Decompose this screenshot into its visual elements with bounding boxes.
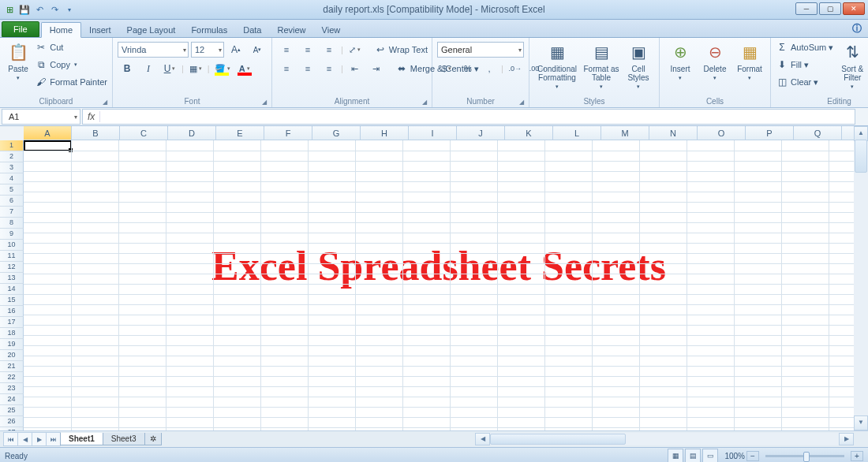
format-painter-button[interactable]: 🖌Format Painter <box>35 74 107 90</box>
row-header-13[interactable]: 13 <box>0 273 24 284</box>
maximize-button[interactable]: ▢ <box>819 2 841 15</box>
scroll-left-button[interactable]: ◀ <box>475 433 490 445</box>
col-header-N[interactable]: N <box>649 126 698 140</box>
tab-view[interactable]: View <box>314 23 349 37</box>
zoom-thumb[interactable] <box>803 452 810 462</box>
fill-button[interactable]: ⬇Fill▾ <box>776 57 833 73</box>
tab-page-layout[interactable]: Page Layout <box>119 23 184 37</box>
sheet-tab-sheet1[interactable]: Sheet1 <box>60 433 103 445</box>
sheet-nav-first-icon[interactable]: ⏮ <box>3 432 17 446</box>
view-normal-button[interactable]: ▦ <box>668 449 683 462</box>
sheet-nav-last-icon[interactable]: ⏭ <box>46 432 61 446</box>
name-box[interactable]: A1▾ <box>2 109 80 125</box>
help-icon[interactable]: ⓘ <box>852 22 862 35</box>
tab-formulas[interactable]: Formulas <box>183 23 235 37</box>
insert-cells-button[interactable]: ⊕Insert▾ <box>664 39 696 81</box>
formula-input[interactable]: fx <box>82 109 855 125</box>
tab-data[interactable]: Data <box>235 23 269 37</box>
fx-icon[interactable]: fx <box>83 111 100 122</box>
sheet-tab-sheet3[interactable]: Sheet3 <box>103 433 145 445</box>
increase-indent-button[interactable]: ⇥ <box>367 60 386 77</box>
scroll-down-button[interactable]: ▼ <box>854 415 868 430</box>
cell-grid[interactable]: Excel Spreadsheet Secrets <box>24 140 854 430</box>
row-header-7[interactable]: 7 <box>0 207 24 218</box>
row-header-9[interactable]: 9 <box>0 229 24 240</box>
col-header-G[interactable]: G <box>312 126 361 140</box>
row-header-21[interactable]: 21 <box>0 361 24 372</box>
minimize-button[interactable]: ─ <box>795 2 817 15</box>
row-header-14[interactable]: 14 <box>0 284 24 295</box>
shrink-font-button[interactable]: A▾ <box>248 41 267 58</box>
undo-icon[interactable]: ↶ <box>33 3 46 16</box>
new-sheet-button[interactable]: ✲ <box>144 433 162 445</box>
row-header-2[interactable]: 2 <box>0 151 24 162</box>
col-header-J[interactable]: J <box>457 126 505 140</box>
horizontal-scrollbar[interactable]: ◀ ▶ <box>475 433 854 445</box>
paste-button[interactable]: 📋 Paste ▾ <box>5 39 32 81</box>
zoom-in-button[interactable]: + <box>851 451 863 461</box>
col-header-B[interactable]: B <box>72 126 120 140</box>
tab-home[interactable]: Home <box>41 22 81 38</box>
align-center-button[interactable]: ≡ <box>298 60 317 77</box>
col-header-I[interactable]: I <box>409 126 457 140</box>
sheet-nav-next-icon[interactable]: ▶ <box>32 432 46 446</box>
alignment-launcher-icon[interactable]: ◢ <box>422 99 427 106</box>
copy-button[interactable]: ⧉Copy▾ <box>35 57 107 73</box>
conditional-formatting-button[interactable]: ▦Conditional Formatting▾ <box>534 39 580 90</box>
col-header-C[interactable]: C <box>120 126 168 140</box>
comma-button[interactable]: , <box>480 60 499 77</box>
wrap-text-button[interactable]: ↩Wrap Text <box>374 42 428 58</box>
format-cells-button[interactable]: ▦Format▾ <box>734 39 765 81</box>
sort-filter-button[interactable]: ⇅Sort & Filter▾ <box>836 39 868 90</box>
col-header-O[interactable]: O <box>698 126 746 140</box>
zoom-level[interactable]: 100% <box>724 452 745 460</box>
view-page-break-button[interactable]: ▭ <box>702 449 718 462</box>
currency-button[interactable]: $▾ <box>437 60 456 77</box>
borders-button[interactable]: ▦▾ <box>186 60 205 77</box>
col-header-D[interactable]: D <box>168 126 216 140</box>
col-header-H[interactable]: H <box>361 126 409 140</box>
qat-dropdown-icon[interactable]: ▾ <box>63 3 76 16</box>
row-header-4[interactable]: 4 <box>0 173 24 184</box>
row-header-6[interactable]: 6 <box>0 196 24 207</box>
row-header-3[interactable]: 3 <box>0 162 24 173</box>
redo-icon[interactable]: ↷ <box>48 3 61 16</box>
fill-color-button[interactable]: 🪣▾ <box>212 60 233 77</box>
scroll-right-button[interactable]: ▶ <box>839 433 854 445</box>
font-name-combo[interactable]: Vrinda▾ <box>118 42 189 58</box>
tab-review[interactable]: Review <box>269 23 313 37</box>
cell-styles-button[interactable]: ▣Cell Styles▾ <box>623 39 654 90</box>
number-launcher-icon[interactable]: ◢ <box>519 99 524 106</box>
row-header-12[interactable]: 12 <box>0 262 24 273</box>
clear-button[interactable]: ◫Clear▾ <box>776 74 833 90</box>
row-header-19[interactable]: 19 <box>0 339 24 350</box>
col-header-A[interactable]: A <box>24 126 72 140</box>
align-left-button[interactable]: ≡ <box>277 60 296 77</box>
align-right-button[interactable]: ≡ <box>320 60 339 77</box>
row-header-22[interactable]: 22 <box>0 372 24 383</box>
cut-button[interactable]: ✂Cut <box>35 39 107 55</box>
grow-font-button[interactable]: A▴ <box>226 41 245 58</box>
delete-cells-button[interactable]: ⊖Delete▾ <box>699 39 731 81</box>
row-header-24[interactable]: 24 <box>0 394 24 405</box>
sheet-nav-prev-icon[interactable]: ◀ <box>17 432 32 446</box>
align-bottom-button[interactable]: ≡ <box>320 41 339 58</box>
col-header-K[interactable]: K <box>505 126 553 140</box>
row-header-8[interactable]: 8 <box>0 218 24 229</box>
row-header-1[interactable]: 1 <box>0 140 24 151</box>
vscroll-thumb[interactable] <box>855 140 867 173</box>
row-header-5[interactable]: 5 <box>0 184 24 196</box>
decrease-indent-button[interactable]: ⇤ <box>346 60 365 77</box>
col-header-Q[interactable]: Q <box>794 126 842 140</box>
increase-decimal-button[interactable]: .0→ <box>506 60 525 77</box>
row-header-25[interactable]: 25 <box>0 405 24 416</box>
underline-button[interactable]: U▾ <box>160 60 179 77</box>
col-header-F[interactable]: F <box>264 126 312 140</box>
row-header-11[interactable]: 11 <box>0 251 24 262</box>
col-header-P[interactable]: P <box>746 126 794 140</box>
italic-button[interactable]: I <box>139 60 158 77</box>
row-header-23[interactable]: 23 <box>0 383 24 394</box>
row-header-10[interactable]: 10 <box>0 240 24 251</box>
row-header-18[interactable]: 18 <box>0 328 24 339</box>
autosum-button[interactable]: ΣAutoSum▾ <box>776 39 833 55</box>
